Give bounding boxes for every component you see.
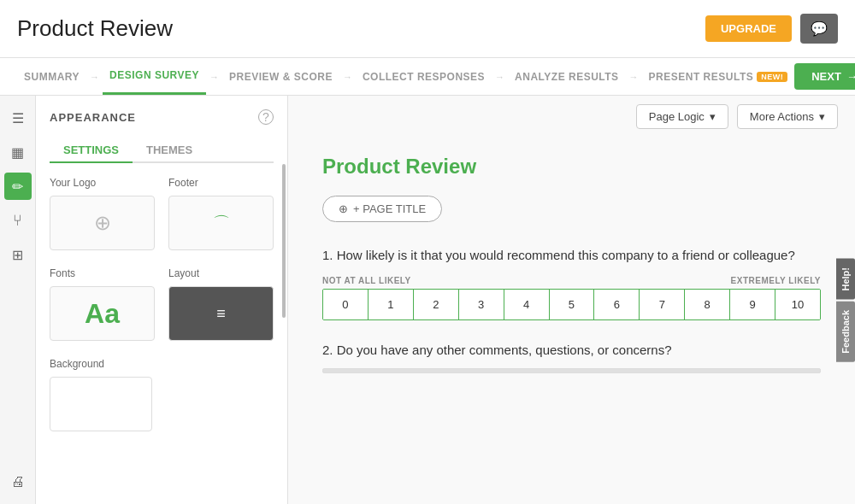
more-actions-chevron: ▾	[819, 110, 825, 123]
panel-scrollbar	[282, 164, 286, 318]
scale-cell-8[interactable]: 8	[685, 290, 730, 319]
help-button[interactable]: Help!	[836, 259, 855, 300]
nav-bar: SUMMARY → DESIGN SURVEY → PREVIEW & SCOR…	[0, 58, 855, 96]
fonts-box[interactable]: Aa	[50, 286, 155, 341]
nav-steps: SUMMARY → DESIGN SURVEY → PREVIEW & SCOR…	[17, 58, 794, 95]
content-area: Page Logic ▾ More Actions ▾ Product Revi…	[288, 96, 855, 504]
sidebar-icon-print[interactable]: 🖨	[4, 468, 32, 495]
add-page-title-button[interactable]: ⊕ + PAGE TITLE	[322, 196, 442, 222]
layout-icon: ≡	[216, 305, 226, 323]
content-toolbar: Page Logic ▾ More Actions ▾	[288, 96, 855, 138]
next-button[interactable]: NEXT →	[794, 63, 855, 90]
layout-box[interactable]: ≡	[168, 286, 274, 341]
nav-arrow-2: →	[209, 72, 219, 82]
scale-cell-3[interactable]: 3	[459, 290, 504, 319]
main-layout: ☰ ▦ ✏ ⑂ ⊞ 🖨 APPEARANCE ? SETTINGS THEMES…	[0, 96, 855, 504]
footer-upload-box[interactable]: ⌒	[168, 196, 274, 250]
layout-item: Layout ≡	[168, 267, 274, 341]
upgrade-button[interactable]: UPGRADE	[705, 15, 792, 42]
background-label: Background	[50, 358, 274, 370]
panel-header: APPEARANCE ?	[50, 109, 274, 125]
scale-cell-7[interactable]: 7	[640, 290, 685, 319]
scale-cell-4[interactable]: 4	[504, 290, 550, 319]
fonts-layout-section: Fonts Aa Layout ≡	[50, 267, 274, 341]
nav-step-design[interactable]: DESIGN SURVEY	[103, 58, 206, 95]
footer-item: Footer ⌒	[168, 177, 274, 250]
nav-arrow-4: →	[495, 72, 504, 82]
nav-arrow-1: →	[90, 72, 99, 82]
top-bar-actions: UPGRADE 💬	[705, 14, 838, 44]
nav-step-collect[interactable]: COLLECT RESPONSES	[356, 58, 492, 95]
tab-themes[interactable]: THEMES	[133, 138, 206, 163]
sidebar-icon-chart[interactable]: ▦	[4, 138, 32, 166]
nav-arrow-5: →	[629, 72, 639, 82]
survey-title: Product Review	[322, 155, 821, 179]
footer-label: Footer	[168, 177, 274, 189]
app-title: Product Review	[17, 15, 173, 42]
sidebar-icon-edit[interactable]: ✏	[4, 173, 32, 200]
footer-icon: ⌒	[213, 212, 230, 235]
nav-step-preview[interactable]: PREVIEW & SCORE	[222, 58, 339, 95]
panel-help-icon[interactable]: ?	[258, 109, 274, 125]
icon-sidebar: ☰ ▦ ✏ ⑂ ⊞ 🖨	[0, 96, 36, 504]
layout-label: Layout	[168, 267, 274, 279]
logo-item: Your Logo ⊕	[50, 177, 155, 250]
appearance-panel: APPEARANCE ? SETTINGS THEMES Your Logo ⊕…	[36, 96, 288, 504]
nav-arrow-3: →	[343, 72, 352, 82]
question-2-text: 2. Do you have any other comments, quest…	[322, 341, 821, 360]
scale-left-label: NOT AT ALL LIKELY	[322, 276, 411, 285]
scale-right-label: EXTREMELY LIKELY	[731, 276, 821, 285]
scale-cell-1[interactable]: 1	[369, 290, 414, 319]
nav-step-analyze[interactable]: ANALYZE RESULTS	[508, 58, 626, 95]
question-1-text: 1. How likely is it that you would recom…	[322, 246, 821, 266]
sidebar-icon-layers[interactable]: ☰	[4, 104, 32, 132]
scale-row: 012345678910	[322, 289, 821, 320]
new-badge: NEW!	[757, 72, 787, 82]
scale-cell-0[interactable]: 0	[323, 290, 369, 319]
question-1: 1. How likely is it that you would recom…	[322, 246, 821, 320]
scale-cell-6[interactable]: 6	[594, 290, 640, 319]
sidebar-icon-branch[interactable]: ⑂	[4, 207, 32, 234]
scale-cell-2[interactable]: 2	[414, 290, 459, 319]
logo-upload-box[interactable]: ⊕	[50, 196, 155, 250]
page-logic-button[interactable]: Page Logic ▾	[636, 104, 728, 129]
survey-content: Product Review ⊕ + PAGE TITLE 1. How lik…	[288, 138, 855, 411]
fonts-label: Fonts	[50, 267, 155, 279]
sidebar-icon-sliders[interactable]: ⊞	[4, 241, 32, 268]
text-input-bar	[322, 368, 821, 373]
help-sidebar: Help! Feedback	[836, 259, 855, 361]
page-logic-chevron: ▾	[710, 110, 716, 123]
next-arrow-icon: →	[846, 70, 855, 83]
logo-label: Your Logo	[50, 177, 155, 189]
background-box[interactable]	[50, 377, 152, 431]
logo-add-icon: ⊕	[94, 211, 111, 235]
scale-cell-9[interactable]: 9	[730, 290, 775, 319]
fonts-sample: Aa	[85, 298, 120, 330]
panel-tabs: SETTINGS THEMES	[50, 138, 274, 163]
background-section: Background	[50, 358, 274, 431]
logo-footer-section: Your Logo ⊕ Footer ⌒	[50, 177, 274, 250]
feedback-button[interactable]: Feedback	[836, 302, 855, 362]
page-title-icon: ⊕	[339, 202, 348, 215]
scale-cell-5[interactable]: 5	[550, 290, 595, 319]
nav-step-present[interactable]: PRESENT RESULTS NEW!	[642, 58, 795, 95]
question-2: 2. Do you have any other comments, quest…	[322, 341, 821, 374]
more-actions-button[interactable]: More Actions ▾	[737, 104, 838, 129]
chat-button[interactable]: 💬	[800, 14, 838, 44]
nav-step-summary[interactable]: SUMMARY	[17, 58, 86, 95]
tab-settings[interactable]: SETTINGS	[50, 138, 133, 163]
scale-labels: NOT AT ALL LIKELY EXTREMELY LIKELY	[322, 276, 821, 285]
scale-cell-10[interactable]: 10	[775, 290, 820, 319]
top-bar: Product Review UPGRADE 💬	[0, 0, 855, 58]
panel-title: APPEARANCE	[50, 111, 136, 124]
fonts-item: Fonts Aa	[50, 267, 155, 341]
